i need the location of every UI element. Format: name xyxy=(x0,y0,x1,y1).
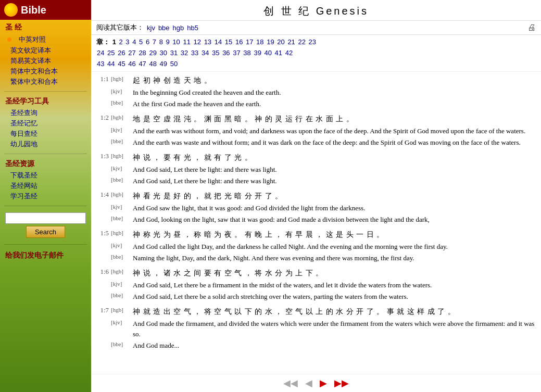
link-study[interactable]: 学习圣经 xyxy=(5,191,86,201)
verse-text: And God, looking on the light, saw that … xyxy=(133,214,536,225)
chapter-link-10[interactable]: 10 xyxy=(172,38,180,46)
link-daily[interactable]: 每日查经 xyxy=(5,129,86,139)
chapter-link-37[interactable]: 37 xyxy=(233,49,240,57)
version-tag: [hgb] xyxy=(111,229,131,241)
chapter-link-27[interactable]: 27 xyxy=(128,49,135,57)
chapter-link-22[interactable]: 22 xyxy=(298,38,305,46)
first-chapter-arrow[interactable]: ◀◀ xyxy=(281,377,300,389)
chapter-link-49[interactable]: 49 xyxy=(160,60,167,68)
link-query[interactable]: 圣经查询 xyxy=(5,108,86,118)
verse-row: 1:2[hgb]地 是 空 虚 混 沌 。 渊 面 黑 暗 。 神 的 灵 运 … xyxy=(94,113,536,125)
content-area: 创 世 纪 Genesis 阅读其它版本： kjv bbe hgb hb5 🖨 … xyxy=(91,0,541,392)
chapter-link-14[interactable]: 14 xyxy=(215,38,222,46)
version-bbe[interactable]: bbe xyxy=(158,24,170,32)
chapter-link-30[interactable]: 30 xyxy=(160,49,167,57)
divider-2 xyxy=(4,154,87,154)
chapter-link-17[interactable]: 17 xyxy=(246,38,253,46)
chapter-link-28[interactable]: 28 xyxy=(139,49,146,57)
chapter-link-48[interactable]: 48 xyxy=(149,60,156,68)
chapter-link-25[interactable]: 25 xyxy=(107,49,115,57)
version-tag: [hgb] xyxy=(111,152,131,163)
verse-number xyxy=(94,126,109,136)
chapter-link-46[interactable]: 46 xyxy=(128,60,135,68)
chapter-link-35[interactable]: 35 xyxy=(212,49,219,57)
link-download[interactable]: 下载圣经 xyxy=(5,170,86,181)
chapter-link-39[interactable]: 39 xyxy=(254,49,261,57)
link-website[interactable]: 圣经网站 xyxy=(5,181,86,191)
chapter-link-47[interactable]: 47 xyxy=(139,60,146,68)
link-kids[interactable]: 幼儿园地 xyxy=(5,139,86,149)
chapter-link-16[interactable]: 16 xyxy=(235,38,243,46)
link-memory[interactable]: 圣经记忆 xyxy=(5,118,86,129)
chapter-link-38[interactable]: 38 xyxy=(243,49,250,57)
verse-number: 1:5 xyxy=(94,229,109,241)
verse-number xyxy=(94,242,109,252)
section-title-tools: 圣经学习工具 xyxy=(5,97,86,106)
chapter-link-9[interactable]: 9 xyxy=(166,38,170,46)
print-icon[interactable]: 🖨 xyxy=(527,23,536,32)
verse-row: [bbe]At the first God made the heaven an… xyxy=(94,99,536,109)
sidebar-section-resources: 圣经资源 下载圣经 圣经网站 学习圣经 xyxy=(0,156,91,204)
chapter-link-34[interactable]: 34 xyxy=(202,49,209,57)
chapter-link-26[interactable]: 26 xyxy=(118,49,125,57)
divider-1 xyxy=(4,91,87,92)
chapter-link-32[interactable]: 32 xyxy=(181,49,188,57)
link-traditional[interactable]: 繁体中文和合本 xyxy=(5,77,86,87)
chapter-link-24[interactable]: 24 xyxy=(97,49,104,57)
chapter-link-12[interactable]: 12 xyxy=(194,38,201,46)
chapter-link-29[interactable]: 29 xyxy=(149,49,156,57)
chapter-label: 章： xyxy=(96,38,110,46)
chapter-link-40[interactable]: 40 xyxy=(265,49,272,57)
chapter-link-5[interactable]: 5 xyxy=(139,38,143,46)
chapter-link-31[interactable]: 31 xyxy=(170,49,178,57)
search-button[interactable]: Search xyxy=(26,226,65,238)
verse-text: 神 说 ， 诸 水 之 间 要 有 空 气 ， 将 水 分 为 上 下 。 xyxy=(133,268,536,279)
version-tag: [kjv] xyxy=(111,126,131,136)
link-simplified[interactable]: 简体中文和合本 xyxy=(5,66,86,77)
verse-text: And God said, Let there be a solid arch … xyxy=(133,292,536,302)
verse-row: 1:6[hgb]神 说 ， 诸 水 之 间 要 有 空 气 ， 将 水 分 为 … xyxy=(94,268,536,279)
chapter-link-50[interactable]: 50 xyxy=(170,60,178,68)
next-chapter-arrow[interactable]: ▶ xyxy=(318,377,329,389)
chapter-link-4[interactable]: 4 xyxy=(132,38,136,46)
chapter-link-44[interactable]: 44 xyxy=(107,60,115,68)
chapter-link-20[interactable]: 20 xyxy=(277,38,284,46)
chapter-link-7[interactable]: 7 xyxy=(153,38,156,46)
verse-row: 1:7[hgb]神 就 造 出 空 气 ， 将 空 气 以 下 的 水 ， 空 … xyxy=(94,306,536,318)
link-kjv[interactable]: 英文钦定译本 xyxy=(5,45,86,56)
chapter-link-41[interactable]: 41 xyxy=(275,49,282,57)
chapter-link-18[interactable]: 18 xyxy=(256,38,263,46)
chapter-link-11[interactable]: 11 xyxy=(183,38,190,46)
chapter-link-19[interactable]: 19 xyxy=(267,38,274,46)
nav-arrows: ◀◀ ◀ ▶ ▶▶ xyxy=(91,374,541,392)
email-link[interactable]: 给我们发电子邮件 xyxy=(0,247,91,264)
chapter-link-1[interactable]: 1 xyxy=(112,38,116,46)
chapter-link-42[interactable]: 42 xyxy=(285,49,293,57)
link-bbe[interactable]: 简易英文译本 xyxy=(5,56,86,66)
sidebar-item-chinese-english[interactable]: 中英对照 xyxy=(5,34,86,45)
version-kjv[interactable]: kjv xyxy=(147,24,155,32)
chapter-nav: 章： 1 2 3 4 5 6 7 8 9 10 11 12 13 14 15 1… xyxy=(91,35,541,72)
chapter-link-21[interactable]: 21 xyxy=(287,38,295,46)
chapter-link-43[interactable]: 43 xyxy=(97,60,104,68)
verse-row: [kjv]And God said, Let there be light: a… xyxy=(94,165,536,175)
chapter-link-6[interactable]: 6 xyxy=(146,38,149,46)
chapter-link-8[interactable]: 8 xyxy=(159,38,163,46)
chapter-link-13[interactable]: 13 xyxy=(204,38,211,46)
version-hgb[interactable]: hgb xyxy=(173,24,184,32)
chapter-link-36[interactable]: 36 xyxy=(222,49,230,57)
link-chinese-english[interactable]: 中英对照 xyxy=(14,34,46,45)
verse-block: 1:3[hgb]神 说 ， 要 有 光 ， 就 有 了 光 。[kjv]And … xyxy=(94,152,536,186)
search-input[interactable] xyxy=(5,212,86,224)
version-hb5[interactable]: hb5 xyxy=(187,24,198,32)
prev-chapter-arrow[interactable]: ◀ xyxy=(303,377,314,389)
chapter-link-33[interactable]: 33 xyxy=(191,49,198,57)
last-chapter-arrow[interactable]: ▶▶ xyxy=(332,377,351,389)
chapter-link-3[interactable]: 3 xyxy=(125,38,129,46)
search-box: Search xyxy=(5,212,86,240)
chapter-link-23[interactable]: 23 xyxy=(309,38,316,46)
chapter-link-45[interactable]: 45 xyxy=(118,60,125,68)
divider-3 xyxy=(4,206,87,206)
chapter-link-2[interactable]: 2 xyxy=(119,38,122,46)
chapter-link-15[interactable]: 15 xyxy=(225,38,232,46)
